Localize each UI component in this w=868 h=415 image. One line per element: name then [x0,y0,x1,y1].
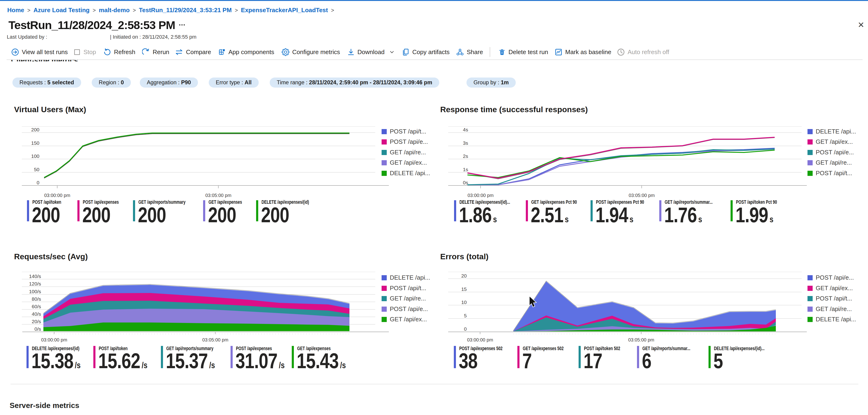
svg-text:03:00:00 pm: 03:00:00 pm [467,337,493,342]
svg-text:0s: 0s [463,180,468,185]
svg-text:40/s: 40/s [32,311,41,317]
svg-text:1s: 1s [463,167,468,172]
svg-text:03:00:00 pm: 03:00:00 pm [44,193,70,198]
svg-text:0: 0 [37,180,39,185]
svg-text:03:05:00 pm: 03:05:00 pm [628,337,654,342]
svg-text:2s: 2s [463,153,468,159]
svg-text:4s: 4s [463,127,468,132]
svg-text:50: 50 [34,167,39,172]
svg-text:03:05:00 pm: 03:05:00 pm [205,193,231,198]
svg-text:100: 100 [31,153,39,159]
svg-text:10: 10 [461,300,467,305]
svg-text:140/s: 140/s [29,274,41,279]
svg-text:0: 0 [464,326,467,332]
svg-text:150: 150 [31,140,39,146]
svg-text:20/s: 20/s [32,319,41,324]
svg-text:200: 200 [31,127,39,132]
svg-text:120/s: 120/s [29,281,41,286]
svg-text:03:00:00 pm: 03:00:00 pm [467,193,493,198]
svg-text:60/s: 60/s [32,304,41,309]
svg-text:03:05:00 pm: 03:05:00 pm [202,337,228,342]
svg-text:03:05:00 pm: 03:05:00 pm [628,193,655,198]
svg-text:100/s: 100/s [29,289,41,294]
svg-text:15: 15 [461,286,467,292]
svg-text:03:00:00 pm: 03:00:00 pm [41,337,67,342]
svg-text:20: 20 [461,273,467,278]
svg-text:0/s: 0/s [34,326,41,332]
svg-text:5: 5 [464,313,467,318]
svg-text:80/s: 80/s [32,296,41,302]
svg-text:3s: 3s [463,140,468,146]
